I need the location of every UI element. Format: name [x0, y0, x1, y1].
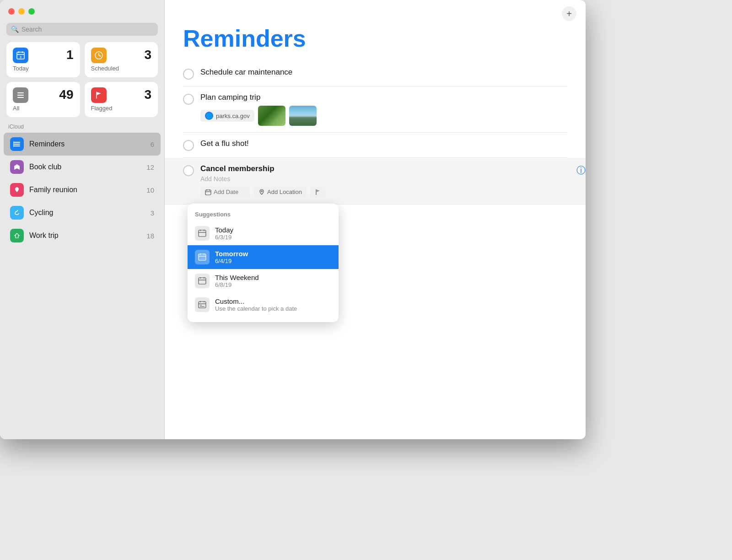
today-card-icon: 3 — [13, 48, 28, 63]
reminder-cancel-membership: Cancel membership Add Notes — [165, 158, 586, 205]
dropdown-date-weekend: 6/8/19 — [215, 281, 259, 288]
main-header: + — [165, 0, 586, 21]
all-count: 49 — [59, 87, 73, 102]
all-label: All — [13, 105, 74, 112]
flagged-card-icon — [91, 87, 107, 103]
dropdown-title-custom: Custom... — [215, 297, 297, 305]
list-items: Reminders 6 Book club 12 Family reunion … — [0, 133, 164, 247]
today-count: 1 — [66, 48, 74, 62]
dropdown-item-weekend[interactable]: This Weekend 6/8/19 — [188, 269, 339, 293]
reminder-car-maintenance: Schedule car maintenance — [183, 61, 567, 86]
sidebar: 🔍 Search 3 1 Today — [0, 0, 165, 439]
svg-rect-13 — [14, 145, 20, 146]
reminders-list-name: Reminders — [29, 140, 145, 148]
main-content: + Reminders Schedule car maintenance Pla… — [165, 0, 586, 439]
reminder-checkbox-flu[interactable] — [183, 140, 194, 151]
location-icon — [258, 189, 265, 195]
cycling-list-count: 3 — [151, 209, 154, 217]
add-date-button[interactable] — [200, 186, 250, 198]
cycling-list-icon — [10, 206, 24, 220]
minimize-button[interactable] — [18, 8, 25, 15]
dropdown-calendar-icon-today — [195, 226, 210, 241]
attachment-link-parks[interactable]: 🌐 parks.ca.gov — [200, 110, 254, 122]
icloud-section-label: iCloud — [0, 124, 164, 133]
dropdown-text-today: Today 6/3/19 — [215, 226, 233, 241]
reminders-list-count: 6 — [151, 140, 154, 148]
dropdown-calendar-icon-tomorrow — [195, 250, 210, 264]
dropdown-title-weekend: This Weekend — [215, 274, 259, 281]
reminders-list: Schedule car maintenance Plan camping tr… — [165, 61, 586, 439]
svg-rect-31 — [199, 278, 206, 284]
svg-rect-17 — [205, 190, 211, 195]
worktrip-list-name: Work trip — [29, 232, 141, 240]
dropdown-text-weekend: This Weekend 6/8/19 — [215, 274, 259, 288]
familyreunion-list-name: Family reunion — [29, 186, 141, 194]
svg-rect-9 — [17, 95, 24, 96]
svg-rect-8 — [17, 92, 24, 93]
smart-cards-grid: 3 1 Today 3 Scheduled — [0, 42, 164, 124]
svg-rect-11 — [14, 142, 20, 143]
dropdown-item-tomorrow[interactable]: Tomorrow 6/4/19 — [188, 245, 339, 269]
svg-rect-10 — [17, 97, 24, 98]
reminder-title-camping: Plan camping trip — [200, 93, 567, 102]
smart-card-today[interactable]: 3 1 Today — [6, 42, 80, 77]
dropdown-title-today: Today — [215, 226, 233, 234]
attachment-img-forest[interactable] — [258, 106, 285, 126]
close-button[interactable] — [8, 8, 15, 15]
dropdown-item-today[interactable]: Today 6/3/19 — [188, 221, 339, 245]
scheduled-label: Scheduled — [91, 65, 152, 72]
maximize-button[interactable] — [28, 8, 35, 15]
reminder-content-car: Schedule car maintenance — [200, 68, 567, 77]
dropdown-calendar-icon-weekend — [195, 274, 210, 288]
worktrip-list-icon — [10, 229, 24, 242]
sidebar-item-familyreunion[interactable]: Family reunion 10 — [4, 178, 161, 201]
search-placeholder: Search — [22, 26, 42, 33]
traffic-lights — [0, 0, 164, 19]
svg-text:3: 3 — [20, 55, 22, 59]
scheduled-card-icon — [91, 48, 107, 63]
bookclub-list-count: 12 — [146, 163, 154, 171]
sidebar-item-cycling[interactable]: Cycling 3 — [4, 201, 161, 224]
search-bar[interactable]: 🔍 Search — [6, 23, 158, 36]
reminder-title-membership: Cancel membership — [200, 164, 567, 173]
reminder-content-flu: Get a flu shot! — [200, 139, 567, 148]
add-location-label: Add Location — [267, 188, 302, 195]
reminder-actions-membership: Add Location — [200, 186, 567, 198]
worktrip-list-count: 18 — [146, 232, 154, 240]
reminder-camping-trip: Plan camping trip 🌐 parks.ca.gov — [183, 86, 567, 133]
sidebar-item-worktrip[interactable]: Work trip 18 — [4, 224, 161, 247]
sidebar-item-reminders[interactable]: Reminders 6 — [4, 133, 161, 156]
dropdown-item-custom[interactable]: Custom... Use the calendar to pick a dat… — [188, 293, 339, 317]
svg-line-7 — [99, 55, 101, 56]
sidebar-item-bookclub[interactable]: Book club 12 — [4, 156, 161, 178]
reminder-notes-membership[interactable]: Add Notes — [200, 175, 567, 183]
add-flag-button[interactable] — [310, 187, 326, 198]
flagged-label: Flagged — [91, 105, 152, 112]
attachment-img-mountain[interactable] — [289, 106, 317, 126]
smart-card-scheduled[interactable]: 3 Scheduled — [85, 42, 158, 77]
dropdown-calendar-icon-custom — [195, 297, 210, 312]
scheduled-count: 3 — [144, 48, 151, 62]
dropdown-text-custom: Custom... Use the calendar to pick a dat… — [215, 297, 297, 312]
svg-point-16 — [13, 145, 15, 147]
smart-card-flagged[interactable]: 3 Flagged — [85, 82, 158, 117]
reminder-attachments-camping: 🌐 parks.ca.gov — [200, 106, 567, 126]
info-icon[interactable]: ⓘ — [576, 164, 586, 177]
svg-point-14 — [13, 142, 15, 143]
add-date-input[interactable] — [214, 188, 246, 195]
add-reminder-button[interactable]: + — [562, 6, 576, 21]
svg-rect-23 — [199, 230, 206, 237]
today-label: Today — [13, 65, 74, 72]
add-location-button[interactable]: Add Location — [254, 186, 307, 198]
svg-rect-35 — [199, 302, 206, 308]
dropdown-header: Suggestions — [188, 209, 339, 221]
reminder-checkbox-camping[interactable] — [183, 94, 194, 105]
reminder-checkbox-car[interactable] — [183, 69, 194, 80]
smart-card-all[interactable]: 49 All — [6, 82, 80, 117]
dropdown-text-tomorrow: Tomorrow 6/4/19 — [215, 250, 248, 264]
bookclub-list-name: Book club — [29, 163, 141, 171]
cycling-list-name: Cycling — [29, 209, 145, 217]
flagged-count: 3 — [144, 87, 151, 102]
reminder-checkbox-membership[interactable] — [183, 165, 194, 176]
svg-rect-12 — [14, 144, 20, 145]
